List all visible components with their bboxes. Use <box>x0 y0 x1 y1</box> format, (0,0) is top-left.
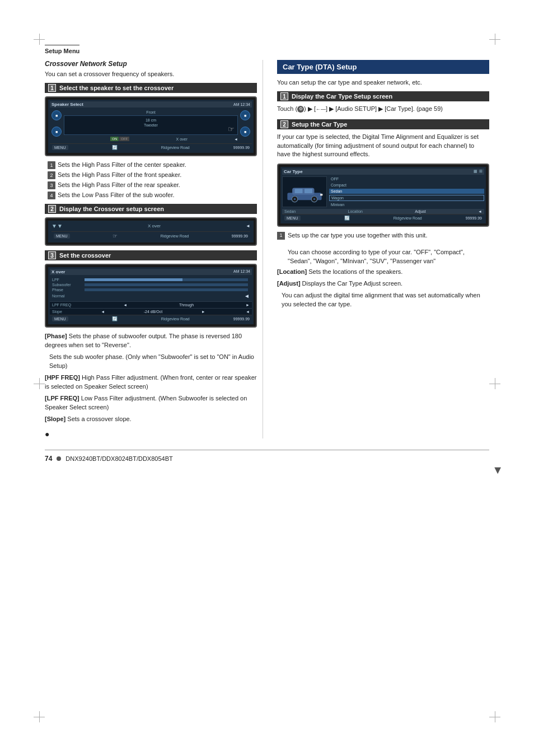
step1-item-2: 2 Sets the High Pass Filter of the front… <box>48 171 257 179</box>
left-arrow[interactable]: ◄ <box>244 293 250 299</box>
xover-screen-title: X over <box>51 269 65 274</box>
subwoofer-row: Subwoofer <box>52 283 250 287</box>
menu-btn-car[interactable]: MENU <box>284 216 301 221</box>
lpf-fill <box>85 278 182 281</box>
left-speakers: ■ ■ <box>51 110 62 142</box>
nav-arrow-2: ▶ <box>329 105 335 112</box>
item-text-3: Sets the High Pass Filter of the rear sp… <box>58 181 180 189</box>
adjust-desc: [Adjust] Displays the Car Type Adjust sc… <box>277 279 489 288</box>
car-type-body: OFF Compact Sedan Wagon Minivan <box>282 176 484 207</box>
two-column-layout: Crossover Network Setup You can set a cr… <box>45 60 489 438</box>
speaker-icon-1: ■ <box>51 110 62 120</box>
option-off[interactable]: OFF <box>329 176 484 181</box>
xover-setup-inner: X over AM 12:34 LPF Subwoofer <box>48 267 254 324</box>
item-badge-2: 2 <box>48 171 55 179</box>
svg-point-7 <box>313 198 316 200</box>
option-minivan[interactable]: Minivan <box>329 202 484 207</box>
speaker-screen-titlebar: Speaker Select AM 12:34 <box>50 101 252 108</box>
left-arrow-lpf[interactable]: ◄ <box>123 303 127 307</box>
on-button[interactable]: ON <box>110 137 119 141</box>
slope-label: Slope <box>52 310 62 314</box>
phase-desc: [Phase] Sets the phase of subwoofer outp… <box>45 332 257 350</box>
right-step1-header: 1 Display the Car Type Setup screen <box>277 91 489 101</box>
car-item-text-1-main: Sets up the car type you use together wi… <box>288 232 427 239</box>
step2-number: 2 <box>48 205 56 213</box>
car-type-titlebar: Car Type ▦ ⊞ <box>282 169 484 175</box>
nav-arrow-1: ▶ <box>308 105 314 112</box>
left-arrow-slope[interactable]: ◄ <box>101 310 105 314</box>
adjust-bracket: [Adjust] <box>277 280 301 287</box>
slope-value: -24 dB/Oct <box>144 310 162 314</box>
footer-bullet <box>57 456 61 461</box>
normal-arrows: ◄ <box>244 293 250 299</box>
page-footer: 74 DNX9240BT/DDX8024BT/DDX8054BT <box>45 450 489 463</box>
xover-nav-arrow: ◄ <box>246 223 250 228</box>
on-off-buttons: ON OFF <box>110 137 129 141</box>
car-type-step1-instruction: Touch (⚙) ▶ [←—] ▶ [Audio SETUP] ▶ [Car … <box>277 105 489 114</box>
right-step2-header: 2 Setup the Car Type <box>277 119 489 129</box>
svg-point-6 <box>294 198 296 200</box>
menu-button[interactable]: MENU <box>52 145 68 150</box>
crossover-section-desc: You can set a crossover frequency of spe… <box>45 70 257 78</box>
car-image-area <box>282 176 327 207</box>
car-nav-arrow: ◄ <box>478 209 482 213</box>
speaker-icon-2: ■ <box>51 127 62 137</box>
step2-header: 2 Display the Crossover setup screen <box>45 204 257 214</box>
option-wagon[interactable]: Wagon <box>329 195 484 201</box>
device-models: DNX9240BT/DDX8024BT/DDX8054BT <box>65 455 172 462</box>
slope-desc: [Slope] Sets a crossover slope. <box>45 415 257 424</box>
slope-nav: ◄ <box>246 310 250 314</box>
road-label-2: Ridgeview Road <box>160 234 189 238</box>
menu-btn-2[interactable]: MENU <box>54 234 70 239</box>
location-label[interactable]: Location <box>348 209 363 213</box>
right-arrow-slope[interactable]: ► <box>202 310 205 314</box>
right-arrow-lpf[interactable]: ► <box>246 303 250 307</box>
car-type-item-1: 1 Sets up the car type you use together … <box>277 231 489 266</box>
phase-bar <box>85 288 248 291</box>
right-step1-title: Display the Car Type Setup screen <box>292 93 392 100</box>
xover-right-label: X over <box>176 137 188 141</box>
phase-label: Phase <box>52 288 83 292</box>
xover-on-off-row: ON OFF X over ◄ <box>64 136 238 142</box>
step1-header: 1 Select the speaker to set the crossove… <box>45 83 257 93</box>
road-label: Ridgeview Road <box>161 146 190 150</box>
lpf-freq-row: LPF FREQ ◄ Through ► <box>50 301 252 308</box>
right-speakers: ■ ■ <box>240 110 250 142</box>
center-speaker-box: 18 cm Tweeter ☞ <box>64 115 238 135</box>
phase-extra: Sets the sub woofer phase. (Only when "S… <box>49 353 257 371</box>
right-step2-number: 2 <box>280 120 288 128</box>
lpf-label: LPF <box>52 278 83 282</box>
off-button[interactable]: OFF <box>119 137 129 141</box>
speaker-select-screen: Speaker Select AM 12:34 ■ ■ Front 18 cm <box>45 96 257 156</box>
page-number: 74 <box>45 455 52 463</box>
sub-bar <box>85 283 248 286</box>
speaker-screen-bottom: MENU 🔄 Ridgeview Road 99999.99 <box>50 143 252 151</box>
lpf-freq-value: Through <box>179 303 194 307</box>
price-label: 99999.99 <box>233 146 250 150</box>
nav-bracket-1: ←— <box>316 106 326 112</box>
lpf-row: LPF <box>52 278 250 282</box>
option-compact[interactable]: Compact <box>329 183 484 188</box>
step3-title: Set the crossover <box>59 252 111 259</box>
car-item-text-1-extra: You can choose according to type of your… <box>288 249 465 264</box>
location-bracket: [Location] <box>277 268 307 275</box>
item-text-1: Sets the High Pass Filter of the center … <box>58 161 186 169</box>
xover-setup-titlebar: X over AM 12:34 <box>50 269 252 275</box>
side-down-arrow: ▼ <box>492 464 503 477</box>
adjust-label[interactable]: Adjust <box>415 209 425 213</box>
price-label-car: 99999.99 <box>466 216 482 220</box>
xover-display-bottom: MENU ☞ Ridgeview Road 99999.99 <box>51 231 250 240</box>
car-type-screen: Car Type ▦ ⊞ <box>277 164 489 227</box>
car-image <box>285 180 324 203</box>
nav-hand-icon: ☞ <box>113 233 118 239</box>
crossover-display-screen: ▼▼ X over ◄ MENU ☞ Ridgeview Road 99999.… <box>45 217 257 246</box>
car-item-badge-1: 1 <box>277 232 285 240</box>
option-sedan[interactable]: Sedan <box>329 189 484 194</box>
menu-btn-3[interactable]: MENU <box>52 316 68 321</box>
tweeter-label: Tweeter <box>69 123 233 127</box>
center-diagram: Front 18 cm Tweeter ☞ ON <box>64 110 238 142</box>
xover-display-inner: ▼▼ X over ◄ MENU ☞ Ridgeview Road 99999.… <box>48 221 254 242</box>
lpf-bar <box>85 278 248 281</box>
item-text-2: Sets the High Pass Filter of the front s… <box>58 171 181 179</box>
car-type-section-header: Car Type (DTA) Setup <box>277 60 489 74</box>
